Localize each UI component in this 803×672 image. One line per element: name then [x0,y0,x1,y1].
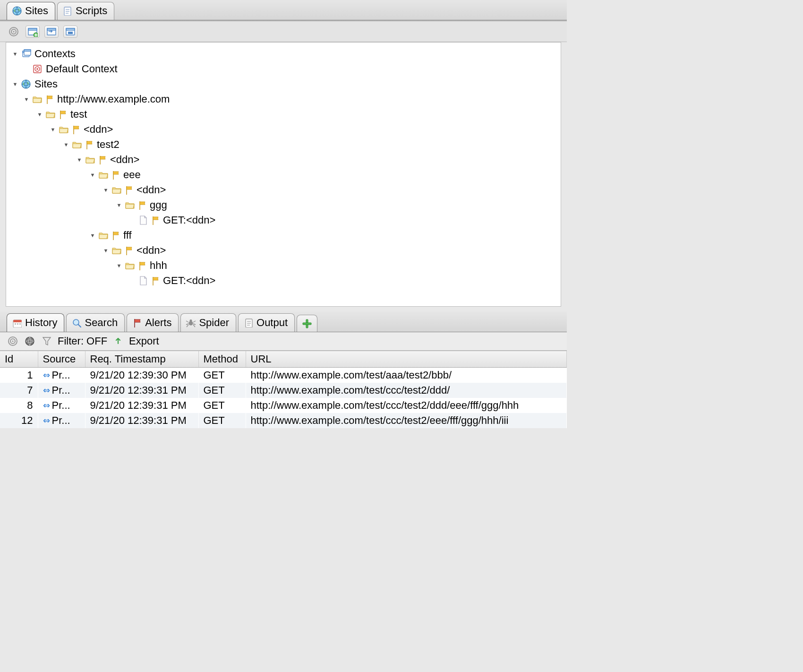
node-label: test [69,108,87,121]
tab-sites-label: Sites [25,5,48,17]
node-label: Sites [34,78,58,90]
tree-node-test[interactable]: ▼ test [10,107,561,122]
chevron-down-icon[interactable]: ▼ [89,172,96,178]
tree-node-eee[interactable]: ▼ eee [10,167,561,182]
globe-icon [12,6,22,16]
chevron-down-icon[interactable]: ▼ [76,156,83,163]
tab-history[interactable]: History [7,313,64,332]
node-label: <ddn> [136,244,166,257]
col-url[interactable]: URL [246,351,567,368]
chevron-down-icon[interactable]: ▼ [23,96,30,103]
flag-icon [71,125,81,134]
add-tab-button[interactable] [297,315,317,332]
tab-spider[interactable]: Spider [180,313,236,332]
cell-method: GET [198,398,246,413]
export-arrow-icon [112,335,124,347]
globe-icon [20,78,32,90]
export-context-button[interactable] [63,26,77,38]
tab-label: Output [256,317,288,329]
flag-icon [58,110,68,119]
cell-timestamp: 9/21/20 12:39:31 PM [85,383,198,398]
table-row[interactable]: 12⇔Pr...9/21/20 12:39:31 PMGEThttp://www… [0,413,567,428]
cell-timestamp: 9/21/20 12:39:31 PM [85,413,198,428]
chevron-down-icon[interactable]: ▼ [63,141,69,148]
chevron-down-icon[interactable]: ▼ [116,202,122,208]
table-row[interactable]: 1⇔Pr...9/21/20 12:39:30 PMGEThttp://www.… [0,368,567,383]
node-label: test2 [96,138,120,151]
flag-icon [151,215,160,225]
tab-label: Search [85,317,118,329]
import-context-button[interactable] [44,26,59,38]
chevron-down-icon[interactable]: ▼ [89,232,96,239]
tree-node-get1[interactable]: ▼ GET:<ddn> [10,213,561,228]
sites-toolbar [0,22,567,42]
target-icon [7,335,19,347]
export-button[interactable]: Export [129,335,159,347]
folder-icon [124,199,136,211]
tab-sites[interactable]: Sites [7,2,55,20]
arrows-icon: ⇔ [43,415,50,426]
tab-scripts-label: Scripts [76,5,107,17]
node-label: http://www.example.com [56,93,170,105]
chevron-down-icon[interactable]: ▼ [12,51,18,57]
table-header-row[interactable]: Id Source Req. Timestamp Method URL [0,351,567,368]
tree-node-sites[interactable]: ▼ Sites [10,77,561,92]
cell-id: 7 [0,383,38,398]
folder-icon [124,260,136,271]
tree-node-test2[interactable]: ▼ test2 [10,137,561,152]
cell-source: ⇔Pr... [38,413,85,428]
globe-dark-icon[interactable] [24,335,36,347]
folder-icon [111,245,122,256]
col-timestamp[interactable]: Req. Timestamp [85,351,198,368]
cell-url: http://www.example.com/test/ccc/test2/ee… [246,413,567,428]
folder-icon [85,154,96,165]
sites-tree[interactable]: ▼ Contexts ▼ Default Context ▼ Sites ▼ h… [6,45,561,289]
tree-node-get2[interactable]: ▼ GET:<ddn> [10,273,561,288]
sites-panel: Sites Scripts ▼ Contexts ▼ Default Conte… [0,0,567,307]
tree-node-ddn3[interactable]: ▼ <ddn> [10,182,561,198]
tree-node-ddn2[interactable]: ▼ <ddn> [10,152,561,167]
node-label: <ddn> [83,123,113,136]
alert-flag-icon [132,318,142,328]
plus-icon [302,319,312,329]
arrows-icon: ⇔ [43,400,50,411]
context-icon [32,63,43,75]
filter-label[interactable]: Filter: OFF [58,335,107,347]
tree-node-ggg[interactable]: ▼ ggg [10,198,561,213]
tree-node-default-context[interactable]: ▼ Default Context [10,61,561,77]
chevron-down-icon[interactable]: ▼ [36,111,43,118]
tree-node-ddn4[interactable]: ▼ <ddn> [10,243,561,258]
tab-scripts[interactable]: Scripts [57,2,114,20]
chevron-down-icon[interactable]: ▼ [50,126,56,133]
tab-alerts[interactable]: Alerts [127,313,179,332]
history-toolbar: Filter: OFF Export [0,332,567,351]
tab-output[interactable]: Output [238,313,295,332]
folder-icon [71,139,83,150]
col-id[interactable]: Id [0,351,38,368]
page-icon [137,275,149,286]
tab-search[interactable]: Search [66,313,125,332]
tree-node-fff[interactable]: ▼ fff [10,228,561,243]
funnel-icon[interactable] [41,335,53,347]
chevron-down-icon[interactable]: ▼ [116,262,122,269]
table-row[interactable]: 8⇔Pr...9/21/20 12:39:31 PMGEThttp://www.… [0,398,567,413]
cell-timestamp: 9/21/20 12:39:31 PM [85,398,198,413]
table-row[interactable]: 7⇔Pr...9/21/20 12:39:31 PMGEThttp://www.… [0,383,567,398]
tree-node-site-root[interactable]: ▼ http://www.example.com [10,92,561,107]
chevron-down-icon[interactable]: ▼ [103,187,109,193]
cell-source: ⇔Pr... [38,368,85,383]
col-method[interactable]: Method [198,351,246,368]
col-source[interactable]: Source [38,351,85,368]
history-table[interactable]: Id Source Req. Timestamp Method URL 1⇔Pr… [0,351,567,428]
folder-icon [111,184,122,196]
chevron-down-icon[interactable]: ▼ [12,81,18,87]
tree-node-ddn1[interactable]: ▼ <ddn> [10,122,561,137]
folder-icon [98,169,109,181]
flag-icon [85,140,94,149]
new-context-button[interactable] [26,26,40,38]
chevron-down-icon[interactable]: ▼ [103,247,109,254]
tree-node-contexts[interactable]: ▼ Contexts [10,46,561,61]
node-label: eee [122,169,141,181]
tab-label: History [25,317,57,329]
tree-node-hhh[interactable]: ▼ hhh [10,258,561,273]
